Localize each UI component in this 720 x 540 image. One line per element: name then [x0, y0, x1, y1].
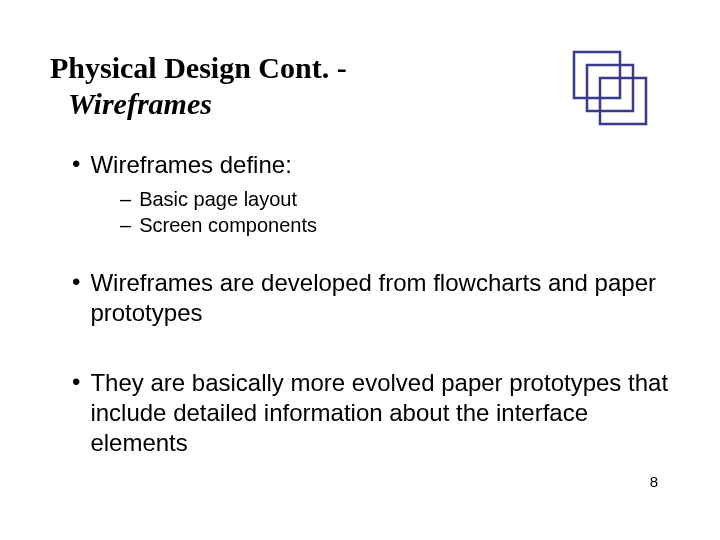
bullet-text: They are basically more evolved paper pr…: [90, 368, 670, 458]
sub-bullet-list: – Basic page layout – Screen components: [72, 186, 670, 238]
sub-bullet-text: Basic page layout: [139, 186, 297, 212]
sub-bullet-item: – Basic page layout: [120, 186, 670, 212]
slide-logo-icon: [570, 48, 650, 132]
svg-rect-1: [587, 65, 633, 111]
sub-bullet-marker-icon: –: [120, 186, 131, 212]
bullet-item: • Wireframes define:: [72, 150, 670, 180]
bullet-marker-icon: •: [72, 368, 80, 397]
bullet-marker-icon: •: [72, 150, 80, 179]
svg-rect-2: [600, 78, 646, 124]
bullet-item: • They are basically more evolved paper …: [72, 368, 670, 458]
bullet-text: Wireframes are developed from flowcharts…: [90, 268, 670, 328]
svg-rect-0: [574, 52, 620, 98]
sub-bullet-text: Screen components: [139, 212, 317, 238]
sub-bullet-item: – Screen components: [120, 212, 670, 238]
sub-bullet-marker-icon: –: [120, 212, 131, 238]
bullet-item: • Wireframes are developed from flowchar…: [72, 268, 670, 328]
bullet-text: Wireframes define:: [90, 150, 291, 180]
page-number: 8: [650, 473, 658, 490]
slide-content: • Wireframes define: – Basic page layout…: [50, 150, 670, 458]
bullet-marker-icon: •: [72, 268, 80, 297]
